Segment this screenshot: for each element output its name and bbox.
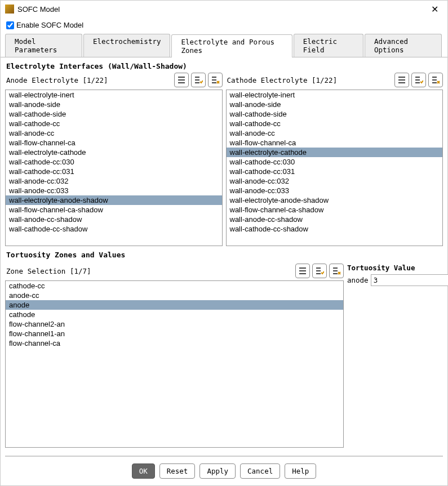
list-x-icon[interactable] xyxy=(208,73,223,87)
list-item[interactable]: wall-anode-cc:033 xyxy=(227,186,443,195)
list-item[interactable]: cathode-cc xyxy=(6,281,343,291)
list-check-icon[interactable] xyxy=(411,73,426,87)
anode-electrolyte-list[interactable]: wall-electrolyte-inertwall-anode-sidewal… xyxy=(5,90,223,246)
tab-bar: Model ParametersElectrochemistryElectrol… xyxy=(1,34,447,57)
tab-electrolyte-and-porous-zones[interactable]: Electrolyte and Porous Zones xyxy=(171,34,292,57)
list-item[interactable]: wall-flow-channel-ca-shadow xyxy=(6,205,222,215)
cancel-button[interactable]: Cancel xyxy=(240,463,280,479)
tab-advanced-options[interactable]: Advanced Options xyxy=(365,34,442,57)
tortuosity-zone-name: anode xyxy=(347,276,369,284)
tab-electrochemistry[interactable]: Electrochemistry xyxy=(83,34,170,57)
list-item[interactable]: wall-anode-cc-shadow xyxy=(227,215,443,224)
list-item[interactable]: wall-cathode-cc:030 xyxy=(6,157,222,167)
section-electrolyte-interfaces: Electrolyte Interfaces (Wall/Wall-Shadow… xyxy=(1,57,447,73)
list-item[interactable]: wall-electrolyte-cathode xyxy=(6,148,222,157)
ok-button[interactable]: OK xyxy=(132,463,155,479)
list-item[interactable]: wall-cathode-side xyxy=(227,109,443,119)
tortuosity-value-panel: Tortuosity Value anode xyxy=(347,264,443,448)
tab-electric-field[interactable]: Electric Field xyxy=(294,34,363,57)
list-item[interactable]: flow-channel-ca xyxy=(6,338,343,348)
zone-selection-panel: Zone Selection [1/7] cathode-ccanode-cca… xyxy=(5,264,344,448)
list-item[interactable]: wall-cathode-cc:031 xyxy=(227,167,443,176)
list-item[interactable]: wall-anode-cc:032 xyxy=(6,176,222,186)
list-item[interactable]: wall-electrolyte-anode-shadow xyxy=(227,195,443,205)
list-item[interactable]: anode xyxy=(6,300,343,310)
list-item[interactable]: flow-channel1-an xyxy=(6,329,343,338)
apply-button[interactable]: Apply xyxy=(199,463,236,479)
enable-model-checkbox[interactable] xyxy=(6,21,14,29)
window-title: SOFC Model xyxy=(17,5,426,14)
tortuosity-value-label: Tortuosity Value xyxy=(347,264,443,272)
list-item[interactable]: wall-flow-channel-ca xyxy=(227,138,443,148)
list-item[interactable]: wall-anode-cc:032 xyxy=(227,176,443,186)
list-item[interactable]: wall-cathode-cc:030 xyxy=(227,157,443,167)
list-item[interactable]: wall-cathode-side xyxy=(6,109,222,119)
zone-selection-title: Zone Selection [1/7] xyxy=(5,267,293,275)
list-item[interactable]: wall-anode-cc-shadow xyxy=(6,215,222,224)
titlebar: SOFC Model ✕ xyxy=(1,1,447,17)
cathode-electrolyte-panel: Cathode Electrolyte [1/22] wall-electrol… xyxy=(226,73,443,246)
list-item[interactable]: wall-cathode-cc-shadow xyxy=(6,224,222,234)
enable-model-row: Enable SOFC Model xyxy=(1,17,447,34)
list-item[interactable]: cathode xyxy=(6,310,343,319)
list-item[interactable]: wall-electrolyte-inert xyxy=(227,90,443,100)
list-x-icon[interactable] xyxy=(329,264,344,278)
list-item[interactable]: anode-cc xyxy=(6,291,343,300)
list-item[interactable]: wall-cathode-cc:031 xyxy=(6,167,222,176)
list-item[interactable]: wall-cathode-cc xyxy=(6,119,222,128)
list-item[interactable]: flow-channel2-an xyxy=(6,319,343,329)
cathode-electrolyte-list[interactable]: wall-electrolyte-inertwall-anode-sidewal… xyxy=(226,90,443,246)
list-item[interactable]: wall-anode-side xyxy=(6,100,222,109)
list-x-icon[interactable] xyxy=(428,73,443,87)
list-item[interactable]: wall-anode-cc xyxy=(227,128,443,138)
close-button[interactable]: ✕ xyxy=(426,4,443,15)
list-check-icon[interactable] xyxy=(191,73,206,87)
list-item[interactable]: wall-cathode-cc xyxy=(227,119,443,128)
list-item[interactable]: wall-anode-cc:033 xyxy=(6,186,222,195)
list-item[interactable]: wall-flow-channel-ca-shadow xyxy=(227,205,443,215)
tortuosity-value-input[interactable] xyxy=(371,274,448,286)
section-tortuosity: Tortuosity Zones and Values xyxy=(1,246,447,261)
list-item[interactable]: wall-electrolyte-anode-shadow xyxy=(6,195,222,205)
anode-electrolyte-title: Anode Electrolyte [1/22] xyxy=(5,76,172,84)
enable-model-label: Enable SOFC Model xyxy=(16,21,83,29)
list-check-icon[interactable] xyxy=(312,264,327,278)
reset-button[interactable]: Reset xyxy=(159,463,196,479)
anode-electrolyte-panel: Anode Electrolyte [1/22] wall-electrolyt… xyxy=(5,73,223,246)
list-item[interactable]: wall-flow-channel-ca xyxy=(6,138,222,148)
list-lines-icon[interactable] xyxy=(174,73,189,87)
list-item[interactable]: wall-anode-cc xyxy=(6,128,222,138)
cathode-electrolyte-title: Cathode Electrolyte [1/22] xyxy=(226,76,393,84)
list-lines-icon[interactable] xyxy=(295,264,310,278)
list-item[interactable]: wall-cathode-cc-shadow xyxy=(227,224,443,234)
help-button[interactable]: Help xyxy=(285,463,316,479)
list-lines-icon[interactable] xyxy=(394,73,409,87)
tab-model-parameters[interactable]: Model Parameters xyxy=(5,34,82,57)
app-icon xyxy=(5,5,14,14)
list-item[interactable]: wall-anode-side xyxy=(227,100,443,109)
list-item[interactable]: wall-electrolyte-inert xyxy=(6,90,222,100)
list-item[interactable]: wall-electrolyte-cathode xyxy=(227,148,443,157)
footer-buttons: OK Reset Apply Cancel Help xyxy=(5,456,443,485)
sofc-model-window: SOFC Model ✕ Enable SOFC Model Model Par… xyxy=(0,0,448,486)
zone-selection-list[interactable]: cathode-ccanode-ccanodecathodeflow-chann… xyxy=(5,280,344,448)
